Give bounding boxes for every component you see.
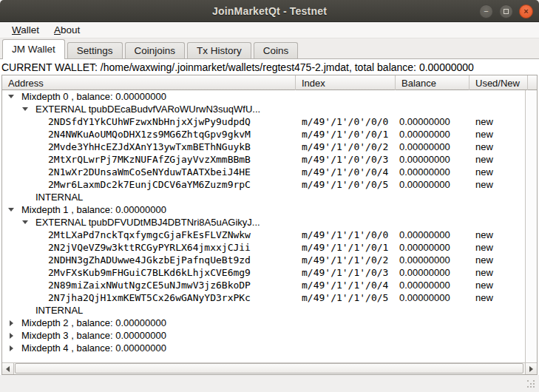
address-row[interactable]: 2N2jVQeVZ9w3kttRCGyPYRLX64jmxxjCJiim/49'… xyxy=(2,241,525,254)
status-cell: new xyxy=(475,291,493,304)
horizontal-scrollbar[interactable] xyxy=(2,362,537,374)
tree-row[interactable]: EXTERNAL tpubDFVUDtMBJ4DBTNri8A5uAGikyJ.… xyxy=(2,216,525,229)
index-cell: m/49'/1'/0'/0/1 xyxy=(302,128,388,141)
tab-jm-wallet[interactable]: JM Wallet xyxy=(2,39,65,59)
address-row[interactable]: 2MtLXaPd7nckTqxfymgcGjaFkEsFLVZNwkwm/49'… xyxy=(2,229,525,241)
balance-cell: 0.00000000 xyxy=(399,115,450,128)
horizontal-scroll-track[interactable] xyxy=(14,363,525,374)
tab-settings[interactable]: Settings xyxy=(67,42,123,58)
menubar: Wallet About xyxy=(0,22,539,38)
address-row[interactable]: 2MvFXsKub9mFHGuiC7BLKd6kLhjxCVE6mg9m/49'… xyxy=(2,266,525,279)
address-row[interactable]: 2N7jha2QjH1xmKEWT5Cx26wGANyYD3rxPKcm/49'… xyxy=(2,291,525,304)
tree-row-label: INTERNAL xyxy=(35,191,83,203)
expand-icon[interactable] xyxy=(5,342,17,354)
menu-wallet[interactable]: Wallet xyxy=(6,23,45,37)
tree-row-label: Mixdepth 1 , balance: 0.00000000 xyxy=(21,203,166,216)
tree-row[interactable]: EXTERNAL tpubDEcaBudvfVARoWUrwN3suqWfU..… xyxy=(2,103,525,115)
address-cell: 2N7jha2QjH1xmKEWT5Cx26wGANyYD3rxPKc xyxy=(48,291,251,304)
index-cell: m/49'/1'/1'/0/4 xyxy=(302,279,388,291)
address-row[interactable]: 2NDHN3gZhADUwwe4JGkzbEjPafnqUeBt9zdm/49'… xyxy=(2,254,525,266)
balance-cell: 0.00000000 xyxy=(399,291,450,304)
status-cell: new xyxy=(475,153,493,166)
tab-coinjoins[interactable]: Coinjoins xyxy=(125,42,186,58)
status-cell: new xyxy=(475,229,493,241)
address-row[interactable]: 2MtXrQLwrPj7MKzNUFAfZGjayVvzXmmBBmBm/49'… xyxy=(2,153,525,166)
address-row[interactable]: 2N4NWKuAoUMQoDHX1zs9MG6ZhtqGpv9gkvMm/49'… xyxy=(2,128,525,141)
expand-icon[interactable] xyxy=(5,329,17,342)
address-row[interactable]: 2Mvde3YhHcEZJdXAnY13ywTxmBEThNGuykBm/49'… xyxy=(2,141,525,153)
tree-row[interactable]: Mixdepth 1 , balance: 0.00000000 xyxy=(2,203,525,216)
minimize-icon: − xyxy=(484,7,488,16)
wallet-tab-pane: CURRENT WALLET: /home/waxwing/.joinmarke… xyxy=(0,59,539,375)
index-cell: m/49'/1'/1'/0/5 xyxy=(302,291,388,304)
wallet-tree-view: Address Index Balance Used/New Mixdepth … xyxy=(1,75,538,375)
tree-row-label: Mixdepth 3 , balance: 0.00000000 xyxy=(21,329,166,342)
tab-coins[interactable]: Coins xyxy=(254,42,299,58)
address-cell: 2NDHN3gZhADUwwe4JGkzbEjPafnqUeBt9zd xyxy=(48,254,251,266)
status-cell: new xyxy=(475,241,493,254)
tree-row[interactable]: INTERNAL xyxy=(2,304,525,317)
status-cell: new xyxy=(475,141,493,153)
index-cell: m/49'/1'/1'/0/3 xyxy=(302,266,388,279)
column-header-address[interactable]: Address xyxy=(2,75,296,90)
scroll-left-button[interactable] xyxy=(2,363,14,374)
status-cell: new xyxy=(475,115,493,128)
address-cell: 2Mvde3YhHcEZJdXAnY13ywTxmBEThNGuykB xyxy=(48,141,251,153)
current-wallet-banner: CURRENT WALLET: /home/waxwing/.joinmarke… xyxy=(0,59,539,75)
tree-row-label: EXTERNAL tpubDFVUDtMBJ4DBTNri8A5uAGikyJ.… xyxy=(35,216,260,229)
collapse-icon[interactable] xyxy=(19,216,31,229)
scroll-right-button[interactable] xyxy=(525,363,537,374)
tree-row[interactable]: Mixdepth 2 , balance: 0.00000000 xyxy=(2,317,525,329)
index-cell: m/49'/1'/0'/0/3 xyxy=(302,153,388,166)
close-button[interactable]: × xyxy=(519,4,533,18)
status-cell: new xyxy=(475,166,493,178)
balance-cell: 0.00000000 xyxy=(399,128,450,141)
balance-cell: 0.00000000 xyxy=(399,178,450,191)
column-header-balance[interactable]: Balance xyxy=(396,75,469,90)
tree-row[interactable]: INTERNAL xyxy=(2,191,525,203)
expand-icon[interactable] xyxy=(5,317,17,329)
titlebar[interactable]: JoinMarketQt - Testnet − × xyxy=(0,0,539,22)
address-cell: 2MvFXsKub9mFHGuiC7BLKd6kLhjxCVE6mg9 xyxy=(48,266,251,279)
tree-row-label: Mixdepth 0 , balance: 0.00000000 xyxy=(21,90,166,103)
address-cell: 2N89miZaixNWutNgzCE5uNJmwV3jz6BkoDP xyxy=(48,279,251,291)
balance-cell: 0.00000000 xyxy=(399,266,450,279)
tree-row[interactable]: Mixdepth 3 , balance: 0.00000000 xyxy=(2,329,525,342)
tab-tx-history[interactable]: Tx History xyxy=(187,42,251,58)
index-cell: m/49'/1'/0'/0/0 xyxy=(302,115,388,128)
balance-cell: 0.00000000 xyxy=(399,254,450,266)
collapse-icon[interactable] xyxy=(5,90,17,103)
window-title: JoinMarketQt - Testnet xyxy=(212,5,327,17)
minimize-button[interactable]: − xyxy=(479,4,493,18)
status-bar xyxy=(0,375,539,392)
balance-cell: 0.00000000 xyxy=(399,153,450,166)
close-icon: × xyxy=(523,7,528,16)
collapse-icon[interactable] xyxy=(5,203,17,216)
address-cell: 2Mwr6LaxmDc2k7EunjCDCV6aYM6Zuzm9rpC xyxy=(48,178,251,191)
column-header-index[interactable]: Index xyxy=(296,75,396,90)
horizontal-scroll-thumb[interactable] xyxy=(15,363,523,374)
vertical-scrollbar[interactable] xyxy=(525,90,537,362)
index-cell: m/49'/1'/0'/0/4 xyxy=(302,166,388,178)
address-row[interactable]: 2NDSfdY1YkCUhWFzwxNbHnjxXjwPy9udpdQm/49'… xyxy=(2,115,525,128)
balance-cell: 0.00000000 xyxy=(399,229,450,241)
menu-about[interactable]: About xyxy=(48,23,86,37)
index-cell: m/49'/1'/0'/0/5 xyxy=(302,178,388,191)
tree-row[interactable]: Mixdepth 0 , balance: 0.00000000 xyxy=(2,90,525,103)
tree-row[interactable]: Mixdepth 4 , balance: 0.00000000 xyxy=(2,342,525,354)
resize-grip-icon[interactable] xyxy=(527,380,536,389)
tree-row-label: Mixdepth 4 , balance: 0.00000000 xyxy=(21,342,166,354)
address-row[interactable]: 2Mwr6LaxmDc2k7EunjCDCV6aYM6Zuzm9rpCm/49'… xyxy=(2,178,525,191)
column-header-used-new[interactable]: Used/New xyxy=(469,75,528,90)
index-cell: m/49'/1'/1'/0/2 xyxy=(302,254,388,266)
maximize-button[interactable] xyxy=(499,4,513,18)
tree-body: Mixdepth 0 , balance: 0.00000000EXTERNAL… xyxy=(2,90,525,362)
tree-row-label: EXTERNAL tpubDEcaBudvfVARoWUrwN3suqWfU..… xyxy=(35,103,260,115)
address-row[interactable]: 2N89miZaixNWutNgzCE5uNJmwV3jz6BkoDPm/49'… xyxy=(2,279,525,291)
address-cell: 2MtXrQLwrPj7MKzNUFAfZGjayVvzXmmBBmB xyxy=(48,153,251,166)
address-cell: 2NDSfdY1YkCUhWFzwxNbHnjxXjwPy9udpdQ xyxy=(48,115,251,128)
collapse-icon[interactable] xyxy=(19,103,31,115)
tab-bar: JM Wallet Settings Coinjoins Tx History … xyxy=(0,38,539,59)
address-cell: 2N4NWKuAoUMQoDHX1zs9MG6ZhtqGpv9gkvM xyxy=(48,128,251,141)
address-row[interactable]: 2N1wXr2DUnsaWmCoSeNYduwTAATXbeiJ4HEm/49'… xyxy=(2,166,525,178)
